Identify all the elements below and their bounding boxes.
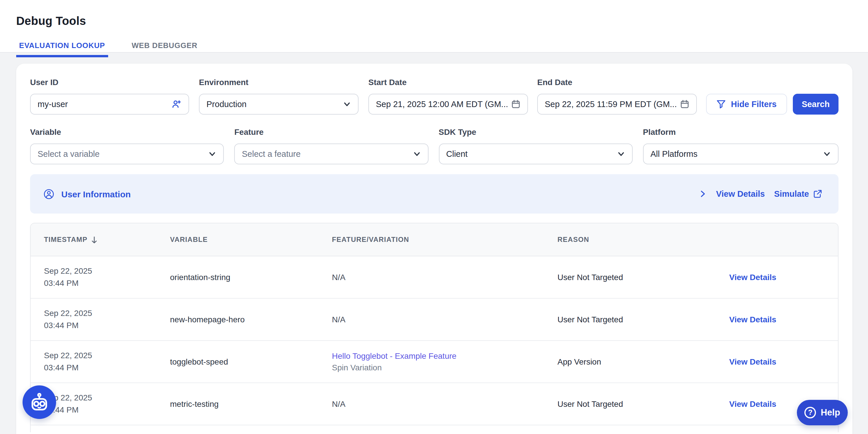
variable-select[interactable]: Select a variable bbox=[30, 144, 224, 164]
sdk-type-field: SDK Type Client bbox=[439, 127, 633, 164]
table-row: Sep 22, 202503:44 PM togglebot-speed Hel… bbox=[31, 341, 838, 383]
environment-field: Environment Production bbox=[199, 78, 359, 115]
user-circle-icon bbox=[43, 189, 54, 199]
help-button[interactable]: ? Help bbox=[797, 400, 848, 425]
sdk-type-label: SDK Type bbox=[439, 127, 633, 137]
feature-link[interactable]: Hello Togglebot - Example Feature bbox=[332, 350, 557, 361]
chevron-right-icon[interactable] bbox=[699, 190, 707, 198]
user-id-input-wrap bbox=[30, 94, 189, 115]
user-information-banner: User Information View Details Simulate bbox=[30, 174, 838, 213]
end-date-label: End Date bbox=[537, 78, 697, 87]
feature-field: Feature Select a feature bbox=[235, 127, 429, 164]
user-id-field: User ID bbox=[30, 78, 189, 115]
filter-funnel-icon bbox=[716, 99, 726, 109]
user-id-label: User ID bbox=[30, 78, 189, 87]
table-row: Sep 22, 202503:44 PM metric-testing N/A … bbox=[31, 383, 838, 425]
reason-cell: App Version bbox=[557, 357, 729, 366]
page-header: Debug Tools EVALUATION LOOKUP WEB DEBUGG… bbox=[0, 0, 868, 53]
platform-field: Platform All Platforms bbox=[643, 127, 839, 164]
start-date-label: Start Date bbox=[368, 78, 528, 87]
content-area: User ID Environment bbox=[0, 53, 868, 434]
view-details-link: View Details bbox=[729, 272, 838, 282]
banner-title: User Information bbox=[61, 189, 131, 199]
calendar-icon bbox=[680, 99, 689, 109]
chevron-down-icon bbox=[209, 150, 217, 158]
table-header-row: TIMESTAMP VARIABLE FEATURE/VARIATION REA… bbox=[31, 223, 838, 256]
variation-label: Spin Variation bbox=[332, 361, 557, 373]
feature-cell: Hello Togglebot - Example Feature Spin V… bbox=[332, 350, 557, 373]
platform-label: Platform bbox=[643, 127, 839, 137]
environment-select[interactable]: Production bbox=[199, 94, 359, 115]
search-button[interactable]: Search bbox=[793, 94, 838, 115]
timestamp-cell: Sep 22, 202503:44 PM bbox=[31, 307, 170, 331]
start-date-field: Start Date Sep 21, 2025 12:00 AM EDT (GM… bbox=[368, 78, 528, 115]
togglebot-chat-button[interactable] bbox=[23, 385, 56, 419]
banner-view-details-link[interactable]: View Details bbox=[716, 189, 765, 199]
chevron-down-icon bbox=[617, 150, 625, 158]
end-date-input[interactable]: Sep 22, 2025 11:59 PM EDT (GM... bbox=[537, 94, 697, 115]
filter-row-2: Variable Select a variable Feature Selec… bbox=[30, 127, 838, 164]
external-link-icon bbox=[813, 189, 822, 199]
feature-label: Feature bbox=[235, 127, 429, 137]
column-header-variable[interactable]: VARIABLE bbox=[170, 235, 332, 243]
table-row: Sep 22, 202503:44 PM orientation-string … bbox=[31, 256, 838, 298]
reason-cell: User Not Targeted bbox=[557, 272, 729, 282]
variable-cell: metric-testing bbox=[170, 399, 332, 408]
end-date-field: End Date Sep 22, 2025 11:59 PM EDT (GM..… bbox=[537, 78, 697, 115]
variable-cell: togglebot-speed bbox=[170, 357, 332, 366]
start-date-input[interactable]: Sep 21, 2025 12:00 AM EDT (GM... bbox=[368, 94, 528, 115]
chevron-down-icon bbox=[823, 150, 831, 158]
sort-desc-arrow-icon bbox=[91, 236, 98, 243]
banner-actions: View Details Simulate bbox=[699, 189, 822, 199]
evaluations-table: TIMESTAMP VARIABLE FEATURE/VARIATION REA… bbox=[30, 223, 838, 432]
column-header-feature-variation[interactable]: FEATURE/VARIATION bbox=[332, 235, 557, 243]
page-title: Debug Tools bbox=[16, 15, 868, 27]
timestamp-cell: Sep 22, 202503:44 PM bbox=[31, 349, 170, 374]
view-details-link: View Details bbox=[729, 357, 838, 366]
feature-cell: N/A bbox=[332, 315, 557, 324]
tab-web-debugger[interactable]: WEB DEBUGGER bbox=[129, 41, 200, 57]
filter-row-1: User ID Environment bbox=[30, 78, 838, 115]
variable-field: Variable Select a variable bbox=[30, 127, 224, 164]
chevron-down-icon bbox=[343, 100, 351, 108]
question-mark-icon: ? bbox=[804, 407, 816, 418]
feature-select[interactable]: Select a feature bbox=[235, 144, 429, 164]
timestamp-cell: Sep 22, 202503:44 PM bbox=[31, 265, 170, 289]
user-add-icon[interactable] bbox=[171, 99, 182, 109]
environment-label: Environment bbox=[199, 78, 359, 87]
hide-filters-button[interactable]: Hide Filters bbox=[706, 94, 787, 115]
variable-cell: orientation-string bbox=[170, 272, 332, 282]
column-header-timestamp[interactable]: TIMESTAMP bbox=[31, 235, 170, 243]
reason-cell: User Not Targeted bbox=[557, 315, 729, 324]
togglebot-robot-icon bbox=[28, 390, 51, 414]
chevron-down-icon bbox=[413, 150, 421, 158]
calendar-icon bbox=[511, 99, 521, 109]
table-row-partial bbox=[31, 425, 838, 432]
variable-label: Variable bbox=[30, 127, 224, 137]
feature-cell: N/A bbox=[332, 399, 557, 408]
reason-cell: User Not Targeted bbox=[557, 399, 729, 408]
table-row: Sep 22, 202503:44 PM new-homepage-hero N… bbox=[31, 298, 838, 341]
debug-tools-page: Debug Tools EVALUATION LOOKUP WEB DEBUGG… bbox=[0, 0, 868, 434]
user-id-input[interactable] bbox=[38, 99, 171, 109]
sdk-type-select[interactable]: Client bbox=[439, 144, 633, 164]
column-header-reason[interactable]: REASON bbox=[557, 235, 729, 243]
tab-evaluation-lookup[interactable]: EVALUATION LOOKUP bbox=[16, 41, 108, 57]
evaluation-lookup-card: User ID Environment bbox=[16, 64, 852, 434]
platform-select[interactable]: All Platforms bbox=[643, 144, 839, 164]
feature-cell: N/A bbox=[332, 272, 557, 282]
variable-cell: new-homepage-hero bbox=[170, 315, 332, 324]
view-details-link: View Details bbox=[729, 315, 838, 324]
user-information-header[interactable]: User Information bbox=[43, 189, 131, 199]
banner-simulate-link[interactable]: Simulate bbox=[774, 189, 822, 199]
